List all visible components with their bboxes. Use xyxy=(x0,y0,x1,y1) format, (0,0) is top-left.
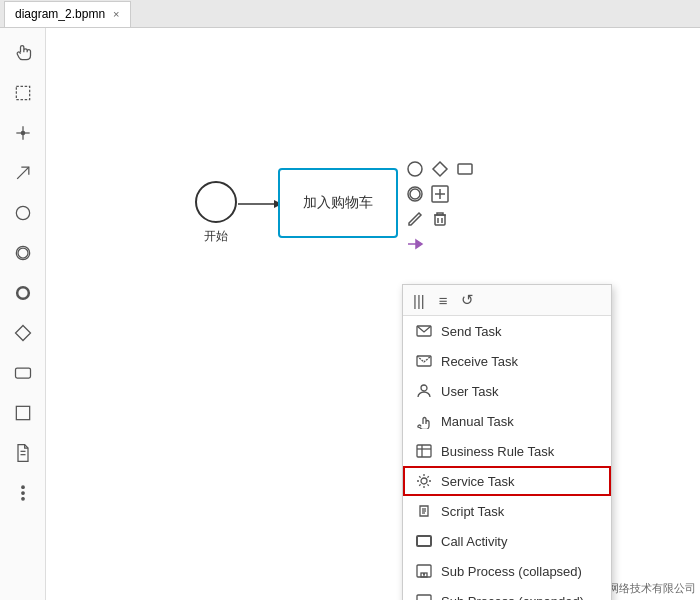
script-task-label: Script Task xyxy=(441,504,504,519)
canvas-area[interactable]: 开始 加入购物车 xyxy=(46,28,700,600)
call-activity-label: Call Activity xyxy=(441,534,507,549)
svg-point-8 xyxy=(18,248,28,258)
event-thick-circle-button[interactable] xyxy=(6,276,40,310)
subprocess-expanded-item[interactable]: Sub Process (expanded) xyxy=(403,586,611,600)
script-task-item[interactable]: Script Task xyxy=(403,496,611,526)
subprocess-collapsed-item[interactable]: Sub Process (collapsed) xyxy=(403,556,611,586)
svg-point-4 xyxy=(21,131,24,134)
svg-point-6 xyxy=(16,206,29,219)
change-type-circle-icon[interactable] xyxy=(404,158,426,180)
svg-rect-37 xyxy=(417,445,431,457)
svg-point-17 xyxy=(21,498,24,501)
more-tools-button[interactable] xyxy=(6,476,40,510)
task-box[interactable]: 加入购物车 xyxy=(278,168,398,238)
connect-tool-button[interactable] xyxy=(6,116,40,150)
svg-rect-12 xyxy=(16,406,29,419)
send-task-item[interactable]: Send Task xyxy=(403,316,611,346)
subprocess-collapsed-icon xyxy=(415,562,433,580)
hand-tool-button[interactable] xyxy=(6,36,40,70)
event-circle-button[interactable] xyxy=(6,196,40,230)
send-task-label: Send Task xyxy=(441,324,501,339)
service-task-icon xyxy=(415,472,433,490)
svg-point-40 xyxy=(421,478,427,484)
manual-task-icon xyxy=(415,412,433,430)
svg-point-9 xyxy=(17,287,29,299)
svg-line-5 xyxy=(17,167,29,179)
service-task-label: Service Task xyxy=(441,474,514,489)
business-rule-task-item[interactable]: Business Rule Task xyxy=(403,436,611,466)
business-rule-task-label: Business Rule Task xyxy=(441,444,554,459)
context-toolbar xyxy=(404,158,476,255)
arrow-tool-button[interactable] xyxy=(6,156,40,190)
receive-task-label: Receive Task xyxy=(441,354,518,369)
tab-label: diagram_2.bpmn xyxy=(15,7,105,21)
subprocess-expanded-label: Sub Process (expanded) xyxy=(441,594,584,601)
svg-rect-0 xyxy=(16,86,29,99)
append-subprocess-icon[interactable] xyxy=(429,183,451,205)
tab-bar: diagram_2.bpmn × xyxy=(0,0,700,28)
svg-rect-23 xyxy=(458,164,472,174)
call-activity-icon xyxy=(415,532,433,550)
lasso-tool-button[interactable] xyxy=(6,76,40,110)
task-rect-button[interactable] xyxy=(6,356,40,390)
append-task-icon[interactable] xyxy=(404,233,426,255)
send-task-icon xyxy=(415,322,433,340)
manual-task-item[interactable]: Manual Task xyxy=(403,406,611,436)
start-event[interactable] xyxy=(194,180,238,224)
change-type-diamond-icon[interactable] xyxy=(429,158,451,180)
user-task-label: User Task xyxy=(441,384,499,399)
event-double-circle-button[interactable] xyxy=(6,236,40,270)
gateway-diamond-button[interactable] xyxy=(6,316,40,350)
svg-point-25 xyxy=(410,189,420,199)
data-object-button[interactable] xyxy=(6,396,40,430)
svg-rect-49 xyxy=(417,595,431,600)
document-button[interactable] xyxy=(6,436,40,470)
change-type-rect-icon[interactable] xyxy=(454,158,476,180)
svg-marker-22 xyxy=(433,162,447,176)
left-toolbar xyxy=(0,28,46,600)
svg-marker-10 xyxy=(15,326,30,341)
menu-header-refresh-icon[interactable]: ↺ xyxy=(461,291,474,309)
menu-header-list-icon[interactable]: ≡ xyxy=(439,292,448,309)
append-event-icon[interactable] xyxy=(404,183,426,205)
business-rule-task-icon xyxy=(415,442,433,460)
menu-header: ||| ≡ ↺ xyxy=(403,285,611,316)
user-task-item[interactable]: User Task xyxy=(403,376,611,406)
svg-point-18 xyxy=(196,182,236,222)
call-activity-item[interactable]: Call Activity xyxy=(403,526,611,556)
menu-header-columns-icon[interactable]: ||| xyxy=(413,292,425,309)
subprocess-collapsed-label: Sub Process (collapsed) xyxy=(441,564,582,579)
manual-task-label: Manual Task xyxy=(441,414,514,429)
service-task-item[interactable]: Service Task xyxy=(403,466,611,496)
subprocess-expanded-icon xyxy=(415,592,433,600)
script-task-icon xyxy=(415,502,433,520)
receive-task-item[interactable]: Receive Task xyxy=(403,346,611,376)
user-task-icon xyxy=(415,382,433,400)
svg-point-15 xyxy=(21,486,24,489)
task-type-dropdown: ||| ≡ ↺ Send Task xyxy=(402,284,612,600)
svg-rect-29 xyxy=(435,215,445,225)
main-layout: 开始 加入购物车 xyxy=(0,28,700,600)
svg-point-36 xyxy=(421,385,427,391)
svg-rect-44 xyxy=(417,536,431,546)
tab-close-button[interactable]: × xyxy=(113,8,119,20)
diagram-tab[interactable]: diagram_2.bpmn × xyxy=(4,1,131,27)
svg-point-16 xyxy=(21,492,24,495)
edit-icon[interactable] xyxy=(404,208,426,230)
svg-point-21 xyxy=(408,162,422,176)
svg-marker-33 xyxy=(416,240,422,248)
delete-icon[interactable] xyxy=(429,208,451,230)
task-label: 加入购物车 xyxy=(303,194,373,212)
svg-rect-11 xyxy=(15,368,30,378)
receive-task-icon xyxy=(415,352,433,370)
start-event-label: 开始 xyxy=(186,228,246,245)
